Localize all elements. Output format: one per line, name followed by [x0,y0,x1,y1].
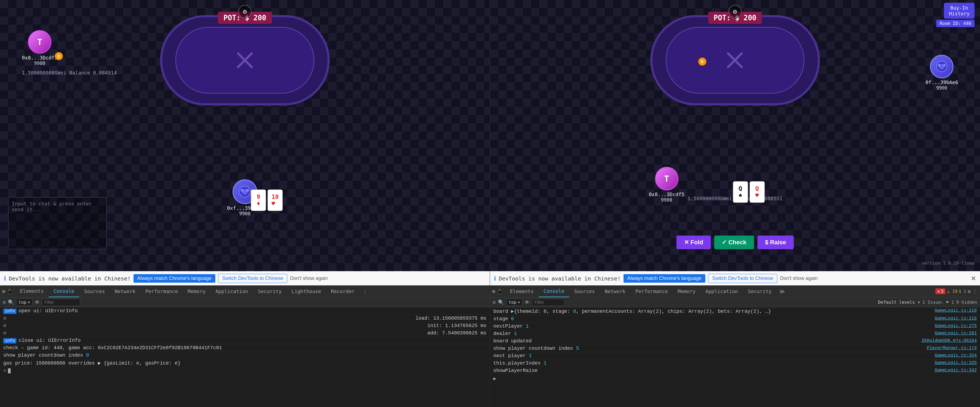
right-tab-application[interactable]: Application [700,286,743,297]
left-tab-console[interactable]: Console [49,286,80,297]
left-tab-lighthouse[interactable]: Lighthouse [286,286,326,297]
right-notif-match-btn[interactable]: Always match Chrome's language [624,274,706,283]
right-tab-performance[interactable]: Performance [630,286,673,297]
left-devtools-tabs: ⊞ 📱 Elements Console Sources Network Per… [0,286,490,297]
right-filter-input[interactable] [532,299,565,306]
right-tab-sources[interactable]: Sources [569,286,600,297]
left-notif-switch-btn[interactable]: Switch DevTools to Chinese [218,274,287,283]
left-tab-performance[interactable]: Performance [140,286,183,297]
left-tab-more[interactable]: ⋮ [360,288,371,295]
right-player-topright-address: 0f...39bAe6 [926,80,958,85]
right-console-row-5: board updated ZKHoldemSDK.mjs:88164 [490,337,980,345]
right-levels-selector[interactable]: Default levels ▾ [878,300,920,305]
right-warning-count: △ 19 [947,289,958,294]
left-tab-recorder[interactable]: Recorder [326,286,360,297]
right-clear-icon[interactable]: ⊘ [493,299,496,305]
right-error-badge: ✕ 3 △ 19 ℹ 1 ⚙ ⋮ [933,289,980,294]
right-table-logo [724,49,746,71]
console-prompt-row[interactable]: > [0,367,490,375]
left-filter-input[interactable] [42,299,80,306]
right-notif-switch-btn[interactable]: Switch DevTools to Chinese [708,274,777,283]
left-eye-icon[interactable]: 👁 [35,299,40,305]
left-inspector-icon[interactable]: ⊞ [2,289,5,294]
right-tab-memory[interactable]: Memory [673,286,700,297]
console-row-1: infoopen ui: UIErrorInfo [0,307,490,315]
right-card-1: Q♠ [733,181,748,203]
right-hidden-count: 9 hidden [956,300,977,305]
right-source-9[interactable]: GameLogic.ts:342 [935,368,977,373]
right-console-row-8: this.playerIndex 1 GameLogic.ts:325 [490,360,980,367]
right-gear-button[interactable]: ⚙ [729,5,742,18]
right-dealer-chip: D [698,57,706,66]
left-notif-dismiss-btn[interactable]: Don't show again [290,276,328,281]
right-tab-security[interactable]: Security [743,286,777,297]
left-clear-icon[interactable]: ⊘ [3,299,6,305]
left-top-dropdown-icon: ▾ [28,300,30,305]
right-buy-in-btn[interactable]: Buy-InHistory [944,3,975,19]
left-tab-sources[interactable]: Sources [79,286,110,297]
right-console-row-2: stage 6 GameLogic.ts:216 [490,315,980,322]
left-gear-button[interactable]: ⚙ [238,5,251,18]
left-game-viewport: ⚙ POT: $ 200 T [0,0,490,271]
right-player-topright: 0f...39bAe6 9900 [926,55,958,91]
left-chat-area: Input to chat & press enter send it... [8,197,107,249]
console-row-7: show player countdown index 0 [0,352,490,359]
svg-point-4 [241,189,243,192]
right-tab-network[interactable]: Network [600,286,630,297]
right-top-selector[interactable]: top ▾ [506,298,523,306]
right-devtools-close-btn[interactable]: ✕ [971,275,976,283]
left-tab-security[interactable]: Security [253,286,287,297]
left-card-1: 9♦ [251,190,266,211]
console-prompt-symbol: > [3,368,6,373]
left-filter-icon[interactable]: 🔍 [8,299,14,305]
left-top-label: top [19,300,27,305]
check-button[interactable]: ✓ Check [714,236,754,249]
right-more-icon[interactable]: ⋮ [972,289,977,294]
right-source-4[interactable]: GameLogic.ts:281 [935,331,977,336]
right-source-3[interactable]: GameLogic.ts:275 [935,324,977,329]
right-console-row-9: showPlayerRaise GameLogic.ts:342 [490,367,980,374]
left-notif-match-btn[interactable]: Always match Chrome's language [134,274,216,283]
left-poker-table: POT: $ 200 [160,15,330,105]
right-source-1[interactable]: GameLogic.ts:210 [935,308,977,314]
right-source-7[interactable]: GameLogic.ts:324 [935,353,977,359]
right-tab-more[interactable]: ≫ [776,288,788,295]
right-top-label: top [509,300,517,305]
left-tab-application[interactable]: Application [210,286,253,297]
right-device-icon[interactable]: 📱 [497,289,503,294]
left-top-selector[interactable]: top ▾ [16,298,33,306]
left-player-topleft-chips: 9900 [34,61,45,66]
left-device-icon[interactable]: 📱 [7,289,13,294]
raise-button[interactable]: $ Raise [757,236,794,249]
right-console-toolbar: ⊘ 🔍 top ▾ 👁 Default levels ▾ 1 Issue: ⚑ … [490,297,980,307]
right-room-id: Room ID: 440 [936,20,975,27]
right-console-triangle-row: ▶ [490,374,980,383]
right-avatar-topright [930,55,953,78]
right-player-left-address: 0x8...3Dcdf5 [649,192,684,197]
left-console-toolbar: ⊘ 🔍 top ▾ 👁 [0,297,490,307]
right-eye-icon[interactable]: 👁 [525,299,530,305]
left-tab-elements[interactable]: Elements [15,286,49,297]
left-notif-info-icon: ℹ [4,275,6,282]
right-tab-elements[interactable]: Elements [505,286,539,297]
left-notification-bar: ℹ DevTools is now available in Chinese! … [0,271,490,286]
right-inspector-icon[interactable]: ⊞ [492,289,495,294]
right-player-left-chips: 9900 [661,197,672,203]
right-settings-icon[interactable]: ⚙ [968,289,971,294]
right-player-left: T 0x8...3Dcdf5 9900 [649,167,684,203]
raise-icon: $ [765,239,768,246]
right-filter-icon[interactable]: 🔍 [498,299,504,305]
left-tab-network[interactable]: Network [110,286,140,297]
right-source-2[interactable]: GameLogic.ts:216 [935,316,977,322]
right-notif-text: DevTools is now available in Chinese! [499,275,621,282]
fold-button[interactable]: ✕ Fold [676,236,711,249]
left-tab-memory[interactable]: Memory [183,286,210,297]
left-player-bottom-chips: 9900 [239,211,251,216]
right-tab-console[interactable]: Console [539,286,570,297]
right-notif-dismiss-btn[interactable]: Don't show again [780,276,818,281]
right-source-5[interactable]: ZKHoldemSDK.mjs:88164 [921,338,977,344]
left-dealer-chip: D [55,52,63,60]
right-source-6[interactable]: PlayerManger.ts:174 [927,346,977,351]
svg-point-11 [943,64,946,67]
right-source-8[interactable]: GameLogic.ts:325 [935,361,977,366]
